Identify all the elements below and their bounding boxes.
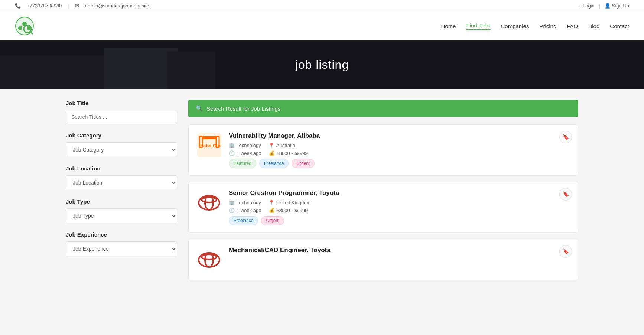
job-salary-2: 💰 $8000 - $9999 xyxy=(269,208,308,213)
search-titles-input[interactable] xyxy=(66,110,177,124)
svg-line-7 xyxy=(30,32,32,34)
nav-contact[interactable]: Contact xyxy=(610,23,629,29)
job-experience-select[interactable]: Job Experience xyxy=(66,241,177,256)
job-location-label: Job Location xyxy=(66,165,177,172)
job-category-section: Job Category Job Category xyxy=(66,132,177,157)
job-info-2: Senior Crestron Programmer, Toyota 🏢 Tec… xyxy=(229,189,570,225)
phone-icon: 📞 xyxy=(15,3,21,9)
divider2: | xyxy=(599,3,600,9)
job-info-3: Mechanical/CAD Engineer, Toyota xyxy=(229,247,570,257)
job-type-select[interactable]: Job Type xyxy=(66,208,177,223)
divider1: | xyxy=(68,3,69,9)
navbar: Home Find Jobs Companies Pricing FAQ Blo… xyxy=(0,12,644,40)
job-card-3: Mechanical/CAD Engineer, Toyota 🔖 xyxy=(188,239,578,280)
job-meta-2: 🏢 Technology 📍 United Kingdom xyxy=(229,200,570,205)
nav-find-jobs[interactable]: Find Jobs xyxy=(466,22,490,30)
topbar: 📞 +773378798980 | ✉ admin@standardjobpor… xyxy=(0,0,644,12)
job-time-1: 🕐 1 week ago xyxy=(229,150,261,156)
bookmark-btn-1[interactable]: 🔖 xyxy=(559,131,572,143)
job-tags-1: Featured Freelance Urgent xyxy=(229,159,570,168)
bookmark-btn-2[interactable]: 🔖 xyxy=(559,188,572,201)
briefcase-icon-1: 🏢 xyxy=(229,143,235,148)
job-title-label: Job Title xyxy=(66,100,177,106)
job-listings: 🔍 Search Result for Job Listings baba Cl… xyxy=(188,100,578,286)
job-salary-1: 💰 $8000 - $9999 xyxy=(269,150,308,156)
job-logo-toyota-2 xyxy=(196,189,222,215)
job-meta-1: 🏢 Technology 📍 Australia xyxy=(229,143,570,148)
user-icon: 👤 xyxy=(605,3,611,9)
job-location-section: Job Location Job Location xyxy=(66,165,177,190)
logo[interactable] xyxy=(15,16,34,36)
login-link[interactable]: → Login xyxy=(576,3,594,9)
job-time-2: 🕐 1 week ago xyxy=(229,208,261,213)
tag-featured-1: Featured xyxy=(229,159,256,168)
nav-blog[interactable]: Blog xyxy=(588,23,599,29)
job-location-2: 📍 United Kingdom xyxy=(269,200,311,205)
topbar-contact: 📞 +773378798980 | ✉ admin@standardjobpor… xyxy=(15,3,149,9)
job-logo-toyota-3 xyxy=(196,247,222,273)
search-result-bar: 🔍 Search Result for Job Listings xyxy=(188,100,578,117)
job-location-1: 📍 Australia xyxy=(269,143,295,148)
job-logo-alibaba: baba Clo xyxy=(196,132,222,158)
job-card-1: baba Clo Vulnerability Manager, Alibaba … xyxy=(188,124,578,176)
email-address: admin@standardjobportal.site xyxy=(85,3,149,9)
location-icon-2: 📍 xyxy=(269,200,274,205)
clock-icon-1: 🕐 xyxy=(229,150,235,156)
tag-freelance-2: Freelance xyxy=(229,216,258,225)
job-company-type-2: 🏢 Technology xyxy=(229,200,261,205)
hero-title: job listing xyxy=(295,58,349,72)
job-experience-section: Job Experience Job Experience xyxy=(66,231,177,256)
topbar-auth: → Login | 👤 Sign Up xyxy=(576,3,629,9)
job-experience-label: Job Experience xyxy=(66,231,177,238)
tag-urgent-2: Urgent xyxy=(261,216,284,225)
login-arrow-icon: → xyxy=(576,3,581,9)
job-meta-2b: 🕐 1 week ago 💰 $8000 - $9999 xyxy=(229,208,570,213)
signup-link[interactable]: 👤 Sign Up xyxy=(605,3,629,9)
job-card-2: Senior Crestron Programmer, Toyota 🏢 Tec… xyxy=(188,182,578,233)
main-content: Job Title Job Category Job Category Job … xyxy=(55,100,589,286)
nav-companies[interactable]: Companies xyxy=(501,23,529,29)
nav-faq[interactable]: FAQ xyxy=(567,23,578,29)
salary-icon-1: 💰 xyxy=(269,150,275,156)
sidebar: Job Title Job Category Job Category Job … xyxy=(66,100,177,264)
job-title-3: Mechanical/CAD Engineer, Toyota xyxy=(229,247,570,254)
job-location-select[interactable]: Job Location xyxy=(66,175,177,190)
hero-banner: job listing xyxy=(0,40,644,89)
bookmark-btn-3[interactable]: 🔖 xyxy=(559,245,572,258)
briefcase-icon-2: 🏢 xyxy=(229,200,235,205)
tag-freelance-1: Freelance xyxy=(259,159,289,168)
phone-number: +773378798980 xyxy=(27,3,62,9)
location-icon-1: 📍 xyxy=(269,143,274,148)
tag-urgent-1: Urgent xyxy=(292,159,315,168)
job-type-section: Job Type Job Type xyxy=(66,198,177,223)
job-type-label: Job Type xyxy=(66,198,177,205)
search-icon: 🔍 xyxy=(196,105,203,112)
job-title-1: Vulnerability Manager, Alibaba xyxy=(229,132,570,140)
job-info-1: Vulnerability Manager, Alibaba 🏢 Technol… xyxy=(229,132,570,168)
svg-rect-12 xyxy=(202,136,216,139)
nav-home[interactable]: Home xyxy=(441,23,456,29)
job-company-type-1: 🏢 Technology xyxy=(229,143,261,148)
nav-links: Home Find Jobs Companies Pricing FAQ Blo… xyxy=(441,22,629,30)
nav-pricing[interactable]: Pricing xyxy=(539,23,556,29)
job-title-section: Job Title xyxy=(66,100,177,124)
job-tags-2: Freelance Urgent xyxy=(229,216,570,225)
job-meta-1b: 🕐 1 week ago 💰 $8000 - $9999 xyxy=(229,150,570,156)
logo-svg xyxy=(15,16,34,36)
search-bar-text: Search Result for Job Listings xyxy=(206,105,280,112)
job-category-label: Job Category xyxy=(66,132,177,139)
job-title-2: Senior Crestron Programmer, Toyota xyxy=(229,189,570,197)
email-icon: ✉ xyxy=(75,3,79,9)
clock-icon-2: 🕐 xyxy=(229,208,235,213)
salary-icon-2: 💰 xyxy=(269,208,275,213)
job-category-select[interactable]: Job Category xyxy=(66,142,177,157)
